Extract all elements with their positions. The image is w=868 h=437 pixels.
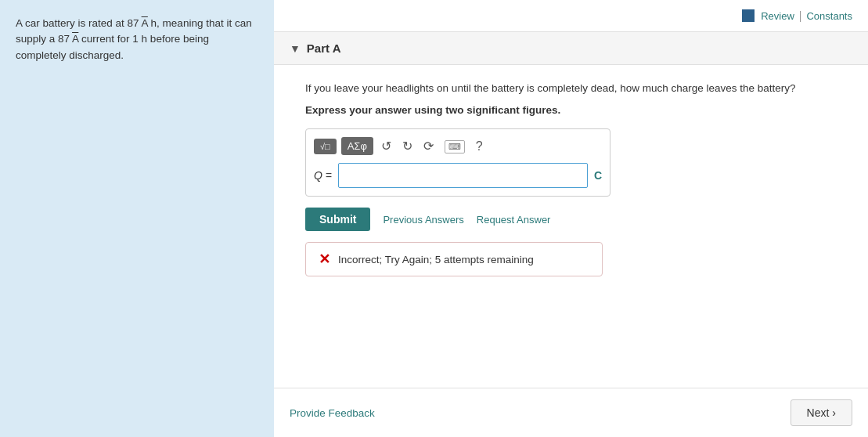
- review-icon: [742, 9, 755, 22]
- review-link[interactable]: Review: [761, 10, 794, 22]
- instruction-text: Express your answer using two significan…: [305, 104, 837, 116]
- part-section: ▼ Part A: [274, 32, 868, 65]
- error-icon: ✕: [319, 251, 330, 268]
- math-label: Q =: [314, 169, 332, 182]
- constants-link[interactable]: Constants: [806, 10, 852, 22]
- separator: |: [799, 9, 802, 22]
- error-message: Incorrect; Try Again; 5 attempts remaini…: [338, 254, 534, 265]
- reset-button[interactable]: ⟳: [420, 137, 437, 155]
- feedback-link[interactable]: Provide Feedback: [290, 407, 375, 419]
- part-label: Part A: [307, 42, 341, 55]
- keyboard-button[interactable]: ⌨: [441, 137, 468, 155]
- request-answer-link[interactable]: Request Answer: [477, 214, 551, 226]
- submit-button[interactable]: Submit: [305, 208, 370, 231]
- error-box: ✕ Incorrect; Try Again; 5 attempts remai…: [305, 242, 603, 276]
- next-arrow: ›: [832, 406, 836, 419]
- help-button[interactable]: ?: [473, 138, 486, 155]
- next-label: Next: [807, 406, 830, 419]
- collapse-arrow[interactable]: ▼: [290, 42, 301, 55]
- page-wrapper: A car battery is rated at 87 A h, meanin…: [0, 0, 868, 437]
- next-button[interactable]: Next ›: [791, 399, 852, 426]
- keyboard-icon: ⌨: [445, 140, 465, 153]
- question-text: If you leave your headlights on until th…: [305, 81, 837, 96]
- unit-label: C: [594, 169, 602, 182]
- right-panel: Review | Constants ▼ Part A If you leave…: [274, 0, 868, 437]
- undo-button[interactable]: ↺: [378, 137, 394, 155]
- redo-button[interactable]: ↻: [399, 137, 416, 155]
- bottom-bar: Provide Feedback Next ›: [274, 388, 868, 437]
- math-toolbar: √□ ΑΣφ ↺ ↻ ⟳ ⌨ ?: [314, 137, 602, 155]
- math-input-field[interactable]: [338, 163, 588, 188]
- sqrt-button[interactable]: √□: [314, 139, 337, 154]
- left-panel: A car battery is rated at 87 A h, meanin…: [0, 0, 274, 437]
- problem-text: A car battery is rated at 87 A h, meanin…: [16, 16, 258, 63]
- greek-label: ΑΣφ: [348, 140, 367, 152]
- greek-button[interactable]: ΑΣφ: [341, 137, 373, 155]
- sqrt-symbol: √□: [320, 142, 330, 151]
- math-input-row: Q = C: [314, 163, 602, 188]
- content-area: If you leave your headlights on until th…: [274, 65, 868, 292]
- action-row: Submit Previous Answers Request Answer: [305, 208, 837, 231]
- top-bar: Review | Constants: [274, 0, 868, 32]
- previous-answers-link[interactable]: Previous Answers: [383, 214, 463, 226]
- math-input-container: √□ ΑΣφ ↺ ↻ ⟳ ⌨ ? Q = C: [305, 128, 610, 197]
